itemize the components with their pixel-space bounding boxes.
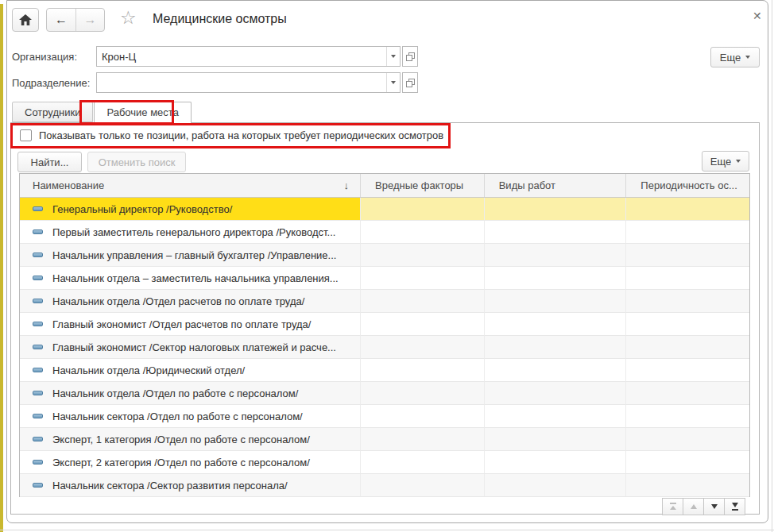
organization-open-button[interactable]: [402, 46, 418, 67]
row-name-cell: Начальник отдела /Юридический отдел/: [20, 359, 361, 382]
more-button-list[interactable]: Еще: [702, 151, 749, 172]
row-cell: [361, 405, 485, 428]
table-row[interactable]: Генеральный директор /Руководство/: [20, 198, 749, 221]
position-icon: [33, 345, 43, 349]
department-open-button[interactable]: [402, 72, 418, 93]
back-button[interactable]: ←: [47, 9, 75, 31]
chevron-down-icon: [391, 55, 396, 58]
row-name-cell: Начальник сектора /Сектор развития персо…: [20, 474, 361, 497]
department-dropdown-button[interactable]: [386, 73, 400, 92]
chevron-down-icon: [391, 81, 396, 84]
position-icon: [33, 437, 43, 441]
favorite-star-icon[interactable]: ☆: [120, 9, 137, 27]
row-name: Генеральный директор /Руководство/: [52, 203, 232, 215]
row-cell: [626, 244, 749, 267]
chevron-down-icon: [736, 160, 741, 163]
position-icon: [33, 483, 43, 488]
table-row[interactable]: Начальник сектора /Отдел по работе с пер…: [20, 405, 749, 428]
row-cell: [626, 267, 749, 290]
forward-button[interactable]: →: [75, 9, 104, 31]
row-name-cell: Начальник управления – главный бухгалтер…: [20, 244, 361, 267]
go-first-button[interactable]: [662, 498, 683, 515]
tab-employees[interactable]: Сотрудники: [12, 102, 93, 122]
row-name: Начальник отдела /Отдел по работе с перс…: [52, 387, 298, 399]
table-row[interactable]: Главный экономист /Отдел расчетов по опл…: [20, 313, 749, 336]
table-row[interactable]: Эксперт, 1 категория /Отдел по работе с …: [20, 428, 749, 451]
workplaces-table: Наименование ↓ Вредные факторы Виды рабо…: [19, 173, 750, 497]
table-row[interactable]: Начальник сектора /Сектор развития персо…: [20, 474, 749, 497]
filter-checkbox-label: Показывать только те позиции, работа на …: [39, 129, 443, 141]
row-name-cell: Генеральный директор /Руководство/: [20, 198, 361, 221]
row-cell: [485, 198, 627, 221]
table-row[interactable]: Начальник отдела /Отдел по работе с перс…: [20, 382, 749, 405]
tab-workplaces[interactable]: Рабочие места: [94, 102, 191, 124]
row-cell: [626, 198, 749, 221]
close-icon[interactable]: ✕: [753, 10, 762, 22]
table-row[interactable]: Начальник управления – главный бухгалтер…: [20, 244, 749, 267]
row-cell: [626, 313, 749, 336]
row-cell: [485, 221, 627, 244]
more-button-top[interactable]: Еще: [710, 47, 760, 67]
find-button[interactable]: Найти...: [17, 152, 82, 172]
row-cell: [361, 451, 485, 474]
row-cell: [485, 405, 627, 428]
go-last-button[interactable]: [724, 498, 745, 515]
row-cell: [361, 359, 485, 382]
forward-icon: →: [84, 13, 97, 27]
show-only-periodic-checkbox[interactable]: [20, 129, 32, 141]
row-name: Начальник сектора /Сектор развития персо…: [52, 480, 288, 492]
column-header-work-types[interactable]: Виды работ: [485, 174, 627, 197]
row-cell: [485, 267, 627, 290]
row-cell: [626, 474, 749, 497]
cancel-search-button[interactable]: Отменить поиск: [87, 152, 186, 172]
table-row[interactable]: Первый заместитель генерального директор…: [20, 221, 749, 244]
row-cell: [626, 359, 749, 382]
home-button[interactable]: [12, 8, 39, 32]
go-bottom-icon: [731, 503, 739, 511]
row-cell: [361, 198, 485, 221]
position-icon: [33, 276, 43, 280]
sort-descending-icon: ↓: [344, 179, 350, 191]
row-name-cell: Главный экономист /Отдел расчетов по опл…: [20, 313, 361, 336]
move-up-icon: [690, 503, 698, 511]
position-icon: [33, 460, 43, 465]
tab-bar: Сотрудники Рабочие места: [12, 102, 192, 124]
position-icon: [33, 299, 43, 303]
position-icon: [33, 229, 43, 234]
back-icon: ←: [55, 13, 68, 27]
row-name: Начальник отдела /Отдел расчетов по опла…: [52, 295, 304, 307]
row-cell: [626, 290, 749, 313]
row-cell: [361, 244, 485, 267]
row-name: Начальник сектора /Отдел по работе с пер…: [52, 411, 303, 422]
table-row[interactable]: Начальник отдела – заместитель начальник…: [20, 267, 749, 290]
organization-dropdown-button[interactable]: [386, 47, 400, 66]
column-header-periodicity[interactable]: Периодичность ос...: [626, 174, 749, 197]
open-form-icon: [405, 78, 416, 88]
column-header-name[interactable]: Наименование ↓: [20, 174, 361, 197]
move-up-button[interactable]: [683, 498, 704, 515]
row-name-cell: Главный экономист /Сектор налоговых плат…: [20, 336, 361, 359]
row-cell: [485, 474, 627, 497]
row-cell: [361, 221, 485, 244]
position-icon: [33, 253, 43, 257]
organization-input[interactable]: Крон-Ц: [96, 46, 401, 67]
go-top-icon: [669, 503, 677, 511]
column-header-harmful-factors[interactable]: Вредные факторы: [361, 174, 485, 197]
table-row[interactable]: Начальник отдела /Отдел расчетов по опла…: [20, 290, 749, 313]
row-cell: [626, 428, 749, 451]
move-down-button[interactable]: [703, 498, 725, 515]
filter-checkbox-row[interactable]: Показывать только те позиции, работа на …: [20, 129, 443, 141]
table-row[interactable]: Эксперт, 2 категория /Отдел по работе с …: [20, 451, 749, 474]
row-name-cell: Начальник отдела /Отдел по работе с перс…: [20, 382, 361, 405]
row-cell: [485, 382, 627, 405]
table-row[interactable]: Главный экономист /Сектор налоговых плат…: [20, 336, 749, 359]
table-row[interactable]: Начальник отдела /Юридический отдел/: [20, 359, 749, 382]
history-nav-group: ← →: [46, 8, 105, 32]
row-name-cell: Эксперт, 1 категория /Отдел по работе с …: [20, 428, 361, 451]
medical-exams-window: ← → ☆ Медицинские осмотры ✕ Организация:…: [6, 0, 768, 523]
department-input[interactable]: [96, 72, 401, 93]
row-name-cell: Эксперт, 2 категория /Отдел по работе с …: [20, 451, 361, 474]
row-cell: [626, 451, 749, 474]
open-form-icon: [405, 52, 416, 62]
row-cell: [626, 405, 749, 428]
